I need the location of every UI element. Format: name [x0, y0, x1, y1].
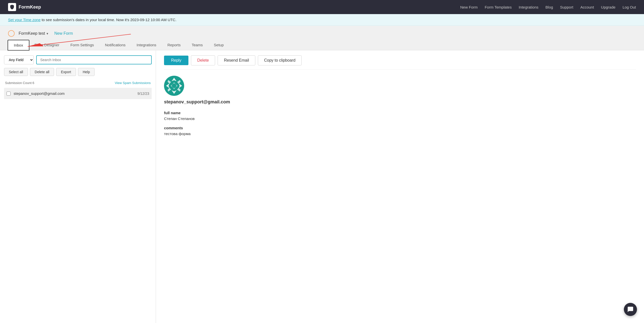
tab-form-designer[interactable]: Form Designer	[29, 40, 65, 50]
field-value-comments: тестова форма	[164, 132, 636, 136]
field-value-full-name: Степан Степанов	[164, 116, 636, 121]
delete-all-button[interactable]: Delete all	[30, 68, 54, 76]
action-buttons-row: Select all Delete all Export Help	[4, 68, 152, 76]
field-label-comments: comments	[164, 126, 636, 130]
nav-support[interactable]: Support	[560, 5, 573, 9]
tab-notifications[interactable]: Notifications	[99, 40, 131, 50]
submission-meta: Submission Count 6 View Spam Submissions	[4, 79, 152, 86]
nav-form-templates[interactable]: Form Templates	[485, 5, 512, 9]
top-navigation: FormKeep New Form Form Templates Integra…	[0, 0, 644, 14]
tab-inbox[interactable]: Inbox	[8, 40, 29, 50]
tab-teams[interactable]: Teams	[186, 40, 208, 50]
tab-reports[interactable]: Reports	[162, 40, 186, 50]
resend-email-button[interactable]: Resend Email	[218, 55, 255, 65]
export-button[interactable]: Export	[56, 68, 76, 76]
form-name: FormKeep test	[19, 31, 45, 36]
timezone-banner: Set your Time zone to see submission's d…	[0, 14, 644, 26]
submission-date: 9/12/23	[137, 92, 149, 96]
form-selector-dropdown[interactable]: FormKeep test ▾	[19, 31, 48, 36]
tab-setup[interactable]: Setup	[208, 40, 229, 50]
submission-email: stepanov_support@gmail.com	[14, 91, 134, 96]
view-spam-link[interactable]: View Spam Submissions	[115, 81, 151, 85]
form-status-circle	[8, 30, 15, 37]
chevron-down-icon: ▾	[47, 32, 48, 35]
search-input[interactable]	[36, 55, 152, 64]
field-select[interactable]: Any Field Email Name Comments	[4, 55, 34, 64]
right-panel: Reply Delete Resend Email Copy to clipbo…	[156, 50, 644, 323]
tab-form-settings[interactable]: Form Settings	[65, 40, 99, 50]
nav-new-form[interactable]: New Form	[460, 5, 477, 9]
nav-upgrade[interactable]: Upgrade	[601, 5, 616, 9]
nav-integrations[interactable]: Integrations	[519, 5, 538, 9]
main-content: Any Field Email Name Comments Select all…	[0, 50, 644, 323]
new-form-link[interactable]: New Form	[54, 31, 73, 36]
field-full-name: full name Степан Степанов	[164, 111, 636, 121]
tab-bar: Inbox Form Designer Form Settings Notifi…	[8, 40, 636, 50]
field-label-full-name: full name	[164, 111, 636, 115]
timezone-link[interactable]: Set your Time zone	[8, 18, 41, 22]
chat-widget[interactable]	[624, 303, 637, 316]
detail-actions: Reply Delete Resend Email Copy to clipbo…	[164, 55, 636, 70]
help-button[interactable]: Help	[78, 68, 95, 76]
left-panel: Any Field Email Name Comments Select all…	[0, 50, 156, 323]
submission-count: Submission Count 6	[5, 81, 34, 85]
tab-integrations[interactable]: Integrations	[131, 40, 162, 50]
nav-account[interactable]: Account	[580, 5, 594, 9]
submission-item[interactable]: stepanov_support@gmail.com 9/12/23	[4, 88, 152, 99]
avatar	[164, 76, 184, 96]
field-comments: comments тестова форма	[164, 126, 636, 136]
logo-icon	[8, 3, 16, 11]
form-selector-bar: FormKeep test ▾ New Form Inbox Form Desi…	[0, 26, 644, 50]
logo[interactable]: FormKeep	[8, 3, 41, 11]
nav-logout[interactable]: Log Out	[623, 5, 636, 9]
nav-links: New Form Form Templates Integrations Blo…	[460, 5, 636, 9]
chat-bubble-icon	[627, 306, 634, 313]
reply-button[interactable]: Reply	[164, 56, 188, 65]
banner-message: to see submission's dates in your local …	[41, 18, 176, 22]
nav-blog[interactable]: Blog	[545, 5, 553, 9]
select-all-button[interactable]: Select all	[4, 68, 28, 76]
submission-checkbox[interactable]	[7, 92, 11, 96]
search-row: Any Field Email Name Comments	[4, 55, 152, 64]
submitter-email-display: stepanov_support@gmail.com	[164, 99, 636, 105]
logo-text: FormKeep	[19, 5, 41, 10]
delete-button[interactable]: Delete	[191, 55, 215, 65]
submission-fields: full name Степан Степанов comments тесто…	[164, 111, 636, 136]
copy-clipboard-button[interactable]: Copy to clipboard	[258, 55, 302, 65]
